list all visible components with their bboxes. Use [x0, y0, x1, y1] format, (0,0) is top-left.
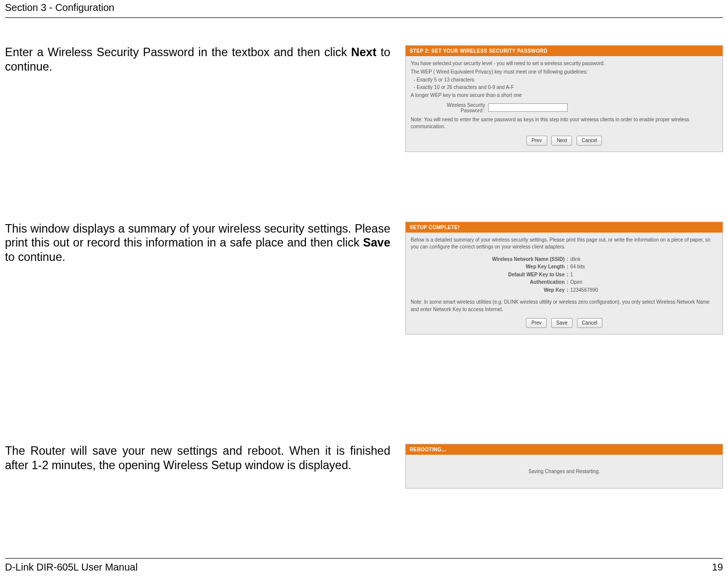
panel-body: You have selected your security level - …	[406, 56, 723, 152]
step-3-description: The Router will save your new settings a…	[5, 444, 390, 472]
step-2-row: This window displays a summary of your w…	[5, 222, 723, 335]
footer-manual: D-Link DIR-605L User Manual	[5, 562, 138, 573]
wireless-security-password-input[interactable]	[488, 103, 568, 112]
page-header: Section 3 - Configuration	[5, 0, 723, 18]
kv-sep: :	[565, 256, 570, 263]
step-3-row: The Router will save your new settings a…	[5, 444, 723, 489]
button-row: Prev Save Cancel	[411, 318, 718, 328]
next-button[interactable]: Next	[551, 136, 572, 146]
kv-sep: :	[565, 279, 570, 286]
kv-sep: :	[565, 263, 570, 271]
kv-sep: :	[565, 287, 570, 294]
prev-button[interactable]: Prev	[526, 318, 547, 328]
kv-key: Wep Key	[411, 287, 565, 294]
kv-key: Wireless Network Name (SSID)	[411, 256, 565, 263]
kv-key: Authentication	[411, 279, 565, 286]
kv-value: 1234567890	[570, 287, 598, 294]
password-field-label: Wireless Security Password :	[431, 102, 485, 113]
kv-default-key: Default WEP Key to Use : 1	[411, 271, 718, 279]
kv-value: 1	[570, 271, 573, 279]
summary-intro: Below is a detailed summary of your wire…	[411, 237, 718, 251]
cancel-button[interactable]: Cancel	[577, 136, 602, 146]
guideline-item: Exactly 5 or 13 characters	[414, 77, 718, 84]
panel-title: REBOOTING...	[406, 444, 723, 455]
cancel-button[interactable]: Cancel	[577, 318, 602, 328]
setup-complete-panel: SETUP COMPLETE! Below is a detailed summ…	[405, 222, 723, 335]
text: This window displays a summary of your w…	[5, 222, 390, 249]
kv-sep: :	[565, 271, 570, 279]
page-footer: D-Link DIR-605L User Manual 19	[5, 558, 723, 573]
panel-title: SETUP COMPLETE!	[406, 222, 723, 233]
password-field-row: Wireless Security Password :	[431, 102, 718, 113]
step-2-description: This window displays a summary of your w…	[5, 222, 390, 264]
bold-next: Next	[351, 46, 376, 59]
panel-title: STEP 2: SET YOUR WIRELESS SECURITY PASSW…	[406, 46, 723, 56]
step-1-description: Enter a Wireless Security Password in th…	[5, 45, 390, 74]
kv-value: Open	[570, 279, 582, 286]
guideline-list: Exactly 5 or 13 characters Exactly 10 or…	[414, 77, 718, 91]
rebooting-panel: REBOOTING... Saving Changes and Restarti…	[405, 444, 723, 489]
summary-kv-block: Wireless Network Name (SSID) : dlink Wep…	[411, 256, 718, 294]
footer-page-number: 19	[712, 562, 723, 573]
kv-wep-key: Wep Key : 1234567890	[411, 287, 718, 294]
kv-value: 64 bits	[570, 263, 584, 271]
intro-line-1: You have selected your security level - …	[411, 60, 718, 68]
intro-line-2: The WEP ( Wired Equivalent Privacy) key …	[411, 69, 718, 76]
step-1-row: Enter a Wireless Security Password in th…	[5, 45, 723, 152]
save-button[interactable]: Save	[551, 318, 573, 328]
panel-body: Below is a detailed summary of your wire…	[406, 233, 723, 334]
prev-button[interactable]: Prev	[526, 136, 547, 146]
kv-key: Wep Key Length	[411, 263, 565, 271]
kv-ssid: Wireless Network Name (SSID) : dlink	[411, 256, 718, 263]
kv-key: Default WEP Key to Use	[411, 271, 565, 279]
kv-auth: Authentication : Open	[411, 279, 718, 286]
rebooting-body: Saving Changes and Restarting.	[406, 455, 723, 488]
button-row: Prev Next Cancel	[411, 136, 718, 146]
text: to continue.	[5, 250, 66, 263]
panel-note: Note: You will need to enter the same pa…	[411, 116, 718, 131]
intro-line-3: A longer WEP key is more secure than a s…	[411, 92, 718, 99]
wireless-password-panel: STEP 2: SET YOUR WIRELESS SECURITY PASSW…	[405, 45, 723, 152]
kv-wep-length: Wep Key Length : 64 bits	[411, 263, 718, 271]
panel-note: Note: In some smart wireless utilities (…	[411, 299, 718, 313]
guideline-item: Exactly 10 or 26 characters and 0-9 and …	[414, 84, 718, 91]
bold-save: Save	[363, 236, 390, 249]
kv-value: dlink	[570, 256, 581, 263]
text: Enter a Wireless Security Password in th…	[5, 46, 351, 59]
